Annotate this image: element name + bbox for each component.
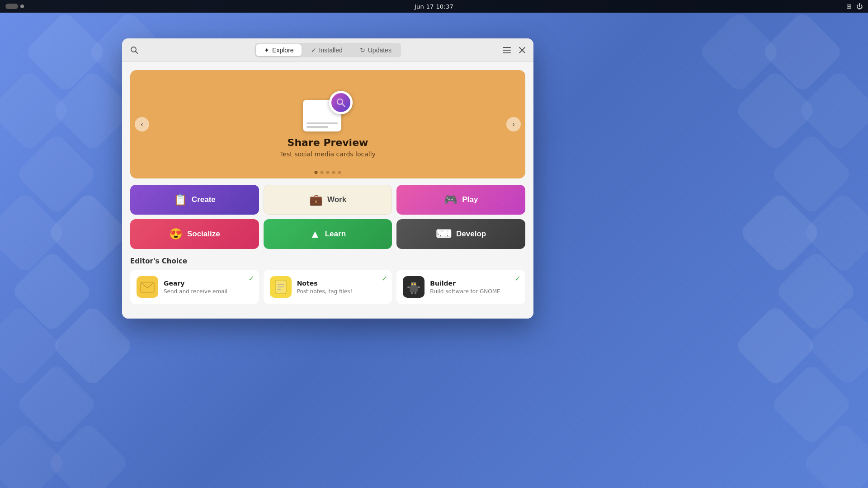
svg-rect-20 (407, 286, 410, 288)
close-button[interactable] (516, 44, 528, 56)
notes-info: Notes Post notes, tag files! (297, 280, 386, 295)
geary-envelope-svg (140, 281, 155, 293)
geary-desc: Send and receive email (164, 288, 253, 295)
carousel-dots (315, 171, 341, 174)
doc-line-1 (307, 122, 338, 124)
category-socialize-button[interactable]: 😍 Socialize (130, 219, 259, 249)
doc-line-2 (307, 126, 328, 128)
carousel-dot-2[interactable] (321, 171, 324, 174)
create-icon: 📋 (174, 194, 187, 205)
notes-installed-check: ✓ (382, 274, 387, 283)
svg-rect-2 (503, 47, 511, 48)
close-icon (519, 47, 525, 53)
app-card-notes[interactable]: Notes Post notes, tag files! ✓ (264, 270, 392, 304)
notes-icon (270, 276, 292, 298)
geary-installed-check: ✓ (248, 274, 254, 283)
svg-point-18 (411, 283, 413, 285)
category-create-label: Create (192, 195, 216, 204)
hamburger-icon (503, 47, 511, 53)
geary-name: Geary (164, 280, 253, 287)
carousel-dot-4[interactable] (332, 171, 335, 174)
hero-app-icon (303, 91, 353, 131)
header-tabs: ✦ Explore ✓ Installed ↻ Updates (255, 43, 401, 57)
tab-installed[interactable]: ✓ Installed (303, 44, 351, 56)
tab-updates-label: Updates (368, 47, 392, 54)
hero-subtitle: Test social media cards locally (280, 150, 376, 158)
notes-desc: Post notes, tag files! (297, 288, 386, 295)
category-learn-button[interactable]: ▲ Learn (264, 219, 392, 249)
magnifier-svg (335, 97, 346, 108)
category-develop-label: Develop (456, 230, 486, 239)
tab-explore-label: Explore (272, 47, 293, 54)
category-grid: 📋 Create 💼 Work 🎮 Play 😍 Socialize ▲ Lea… (130, 185, 525, 249)
work-icon: 💼 (309, 194, 323, 205)
app-header: ✦ Explore ✓ Installed ↻ Updates (122, 38, 533, 62)
notes-svg (274, 279, 288, 295)
carousel-next-button[interactable]: › (506, 117, 521, 131)
carousel-dot-3[interactable] (326, 171, 330, 174)
builder-installed-check: ✓ (515, 274, 521, 283)
geary-icon (137, 276, 158, 298)
topbar-left-widgets (5, 4, 24, 9)
category-develop-button[interactable]: ⌨ Develop (396, 219, 525, 249)
app-content: ‹ Share Preview Test social medi (122, 62, 533, 319)
svg-rect-23 (415, 292, 416, 294)
builder-svg (406, 279, 421, 295)
app-card-builder[interactable]: Builder Build software for GNOME ✓ (396, 270, 525, 304)
builder-name: Builder (430, 280, 519, 287)
category-work-button[interactable]: 💼 Work (264, 185, 392, 215)
editors-choice-heading: Editor's Choice (130, 257, 525, 265)
editors-choice-grid: Geary Send and receive email ✓ (130, 270, 525, 304)
svg-rect-22 (411, 292, 413, 294)
app-window: ✦ Explore ✓ Installed ↻ Updates (122, 38, 533, 319)
installed-icon: ✓ (311, 47, 316, 54)
carousel-dot-5[interactable] (338, 171, 341, 174)
header-right (500, 44, 528, 56)
search-icon (130, 46, 138, 54)
category-play-button[interactable]: 🎮 Play (396, 185, 525, 215)
menu-button[interactable] (500, 44, 514, 56)
svg-rect-3 (503, 50, 511, 51)
app-card-geary[interactable]: Geary Send and receive email ✓ (130, 270, 259, 304)
svg-rect-16 (410, 286, 418, 292)
learn-icon: ▲ (310, 229, 321, 239)
explore-icon: ✦ (264, 47, 269, 54)
socialize-icon: 😍 (169, 229, 183, 239)
svg-rect-21 (418, 286, 420, 288)
svg-point-19 (414, 283, 416, 285)
geary-info: Geary Send and receive email (164, 280, 253, 295)
category-play-label: Play (462, 195, 478, 204)
develop-icon: ⌨ (436, 229, 452, 239)
battery-indicator (5, 4, 18, 9)
svg-line-8 (342, 104, 345, 107)
datetime-label: Jun 17 10:37 (415, 3, 453, 10)
hero-title: Share Preview (280, 137, 376, 148)
hero-magnifier-shape (329, 91, 353, 114)
carousel-prev-button[interactable]: ‹ (135, 117, 149, 131)
topbar-dot (20, 5, 24, 8)
svg-line-1 (136, 51, 138, 53)
category-learn-label: Learn (325, 230, 346, 239)
notes-name: Notes (297, 280, 386, 287)
builder-info: Builder Build software for GNOME (430, 280, 519, 295)
hero-carousel: ‹ Share Preview Test social medi (130, 70, 525, 178)
category-create-button[interactable]: 📋 Create (130, 185, 259, 215)
tab-explore[interactable]: ✦ Explore (256, 44, 302, 56)
svg-rect-4 (503, 52, 511, 53)
play-icon: 🎮 (444, 194, 458, 205)
builder-desc: Build software for GNOME (430, 288, 519, 295)
builder-icon (403, 276, 425, 298)
category-socialize-label: Socialize (187, 230, 220, 239)
power-icon: ⏻ (856, 3, 863, 10)
topbar: Jun 17 10:37 ⊞ ⏻ (0, 0, 868, 13)
updates-icon: ↻ (360, 47, 365, 54)
tab-updates[interactable]: ↻ Updates (352, 44, 400, 56)
tab-installed-label: Installed (319, 47, 343, 54)
search-button[interactable] (127, 43, 141, 57)
category-work-label: Work (327, 195, 346, 204)
hero-content: Share Preview Test social media cards lo… (280, 91, 376, 158)
topbar-right-widgets: ⊞ ⏻ (846, 3, 863, 10)
network-icon: ⊞ (846, 3, 852, 10)
carousel-dot-1[interactable] (315, 171, 318, 174)
